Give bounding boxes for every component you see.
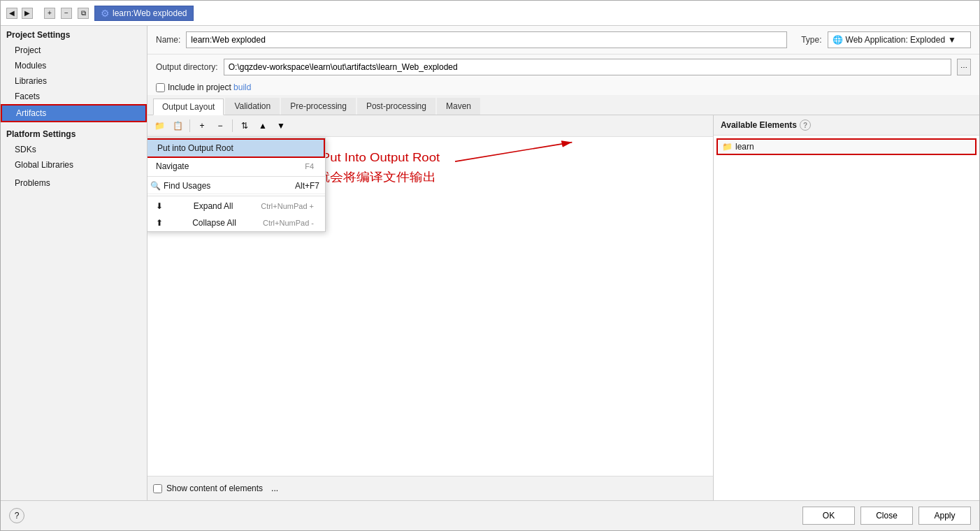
available-tree: 📁 learn [714, 136, 979, 500]
include-row: Include in project build [147, 80, 979, 95]
search-icon: 🔍 [150, 181, 161, 191]
sidebar-item-global-libraries[interactable]: Global Libraries [1, 157, 147, 173]
tab-post-processing[interactable]: Post-processing [357, 98, 435, 115]
help-button[interactable]: ? [9, 508, 24, 523]
sidebar: Project Settings Project Modules Librari… [1, 26, 147, 500]
sidebar-item-project[interactable]: Project [1, 43, 147, 58]
type-dropdown-arrow: ▼ [948, 35, 956, 45]
available-help-icon: ? [800, 119, 811, 131]
project-structure-dialog: ◀ ▶ + − ⧉ ⚙ learn:Web exploded Project S… [0, 0, 980, 531]
tab-maven[interactable]: Maven [437, 98, 480, 115]
toolbar-btn-folder[interactable]: 📁 [152, 118, 167, 133]
include-checkbox[interactable] [156, 83, 165, 92]
name-type-row: Name: Type: 🌐 Web Application: Exploded … [147, 26, 979, 54]
sidebar-item-libraries[interactable]: Libraries [1, 73, 147, 89]
type-label: Type: [801, 35, 821, 45]
ok-button[interactable]: OK [802, 507, 855, 525]
sidebar-item-sdks[interactable]: SDKs [1, 142, 147, 157]
toolbar-btn-remove[interactable]: − [212, 118, 228, 133]
name-label: Name: [156, 35, 180, 45]
sidebar-item-facets[interactable]: Facets [1, 89, 147, 104]
build-link[interactable]: build [233, 82, 251, 92]
context-menu: Put into Output Root Navigate F4 🔍 Find … [147, 138, 326, 232]
available-item-icon: 📁 [722, 142, 733, 152]
ctx-item-navigate[interactable]: Navigate F4 [147, 158, 325, 175]
expand-all-icon: ⬇ [156, 201, 163, 211]
output-bottom: Show content of elements ... [147, 476, 713, 500]
output-dir-label: Output directory: [156, 62, 218, 72]
output-toolbar: 📁 📋 + − ⇅ ▲ ▼ [147, 115, 713, 137]
toolbar-btn-up[interactable]: ▲ [255, 118, 271, 133]
ctx-item-collapse-all[interactable]: ⬆ Collapse All Ctrl+NumPad - [147, 214, 325, 231]
include-label: Include in project build [168, 82, 251, 92]
ctx-collapse-label: Collapse All [192, 218, 236, 228]
toolbar-btn-sort[interactable]: ⇅ [237, 118, 252, 133]
close-button[interactable]: Close [860, 507, 913, 525]
sidebar-item-modules[interactable]: Modules [1, 58, 147, 73]
artifact-icon: ⚙ [101, 8, 110, 19]
content-area: Name: Type: 🌐 Web Application: Exploded … [147, 26, 979, 500]
available-item-label: learn [735, 142, 754, 152]
find-usages-label: Find Usages [164, 181, 210, 191]
artifact-tab-label: learn:Web exploded [113, 8, 187, 18]
dialog-footer: ? OK Close Apply [1, 500, 979, 530]
find-usages-shortcut: Alt+F7 [295, 181, 319, 191]
project-settings-title: Project Settings [1, 26, 147, 43]
titlebar: ◀ ▶ + − ⧉ ⚙ learn:Web exploded [1, 1, 979, 26]
more-button[interactable]: ... [267, 481, 282, 496]
name-input[interactable] [186, 31, 787, 48]
ctx-put-label: Put into Output Root [157, 143, 233, 153]
type-value: Web Application: Exploded [846, 35, 946, 45]
panels-area: 📁 📋 + − ⇅ ▲ ▼ ▼ [147, 115, 979, 500]
toolbar-btn-down[interactable]: ▼ [273, 118, 289, 133]
available-elements-title: Available Elements [721, 120, 797, 130]
ctx-sep-2 [147, 196, 325, 196]
artifact-tab[interactable]: ⚙ learn:Web exploded [94, 6, 194, 21]
available-header: Available Elements ? [714, 115, 979, 136]
toolbar-sep-1 [189, 119, 190, 132]
platform-settings-title: Platform Settings [1, 125, 147, 142]
ctx-navigate-label: Navigate [156, 161, 189, 171]
dir-browse-button[interactable]: ⋯ [957, 59, 971, 75]
ctx-sep-1 [147, 176, 325, 177]
toolbar-sep-2 [232, 119, 233, 132]
add-artifact-button[interactable]: + [44, 8, 55, 19]
show-content-checkbox[interactable] [153, 484, 162, 493]
ctx-search-row: 🔍 Find Usages Alt+F7 [147, 178, 325, 194]
ctx-item-expand-all[interactable]: ⬇ Expand All Ctrl+NumPad + [147, 198, 325, 214]
ctx-collapse-shortcut: Ctrl+NumPad - [263, 219, 314, 227]
output-dir-input[interactable] [224, 59, 951, 75]
toolbar-btn-add[interactable]: + [194, 118, 210, 133]
show-content-label: Show content of elements [166, 483, 263, 493]
ctx-navigate-shortcut: F4 [305, 162, 314, 170]
sidebar-item-problems[interactable]: Problems [1, 175, 147, 191]
collapse-all-icon: ⬆ [156, 218, 163, 228]
type-icon: 🌐 [833, 35, 843, 45]
tab-output-layout[interactable]: Output Layout [153, 99, 224, 115]
apply-button[interactable]: Apply [918, 507, 971, 525]
forward-button[interactable]: ▶ [22, 8, 33, 19]
type-select[interactable]: 🌐 Web Application: Exploded ▼ [828, 31, 971, 48]
remove-artifact-button[interactable]: − [61, 8, 72, 19]
tabs-bar: Output Layout Validation Pre-processing … [147, 95, 979, 115]
ctx-expand-shortcut: Ctrl+NumPad + [261, 202, 314, 210]
back-button[interactable]: ◀ [6, 8, 17, 19]
available-panel: Available Elements ? 📁 learn Put into Ou… [714, 115, 979, 500]
nav-buttons: ◀ ▶ [6, 8, 33, 19]
toolbar-btn-copy[interactable]: 📋 [170, 118, 185, 133]
ctx-item-put-into-output-root[interactable]: Put into Output Root [147, 138, 325, 158]
output-dir-row: Output directory: ⋯ [147, 54, 979, 80]
main-layout: Project Settings Project Modules Librari… [1, 26, 979, 500]
sidebar-item-artifacts[interactable]: Artifacts [1, 104, 147, 122]
tab-validation[interactable]: Validation [225, 98, 280, 115]
ctx-expand-label: Expand All [194, 201, 233, 211]
copy-artifact-button[interactable]: ⧉ [78, 8, 89, 19]
available-item-learn[interactable]: 📁 learn [716, 138, 977, 155]
tab-pre-processing[interactable]: Pre-processing [281, 98, 356, 115]
